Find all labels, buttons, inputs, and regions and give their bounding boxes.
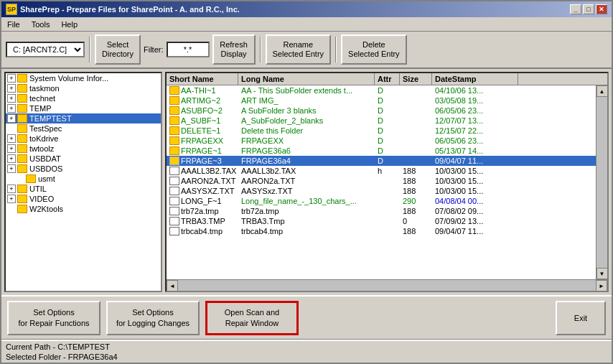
tree-item-tokdrive[interactable]: + toKdrive [6,134,161,144]
menu-tools[interactable]: Tools [29,19,53,29]
menu-help[interactable]: Help [58,19,80,29]
folder-icon [17,74,27,83]
tree-item-temp[interactable]: + TEMP [6,103,161,113]
col-header-size[interactable]: Size [400,73,432,85]
delete-selected-button[interactable]: Delete Selected Entry [341,34,407,65]
tree-expand-icon[interactable]: + [7,114,16,123]
file-row[interactable]: ASUBFO~2 A SubFolder 3 blanks D 06/05/06… [167,106,596,116]
close-button[interactable]: ✕ [596,4,607,14]
file-scrollbar[interactable]: ▲ ▼ [596,85,607,279]
tree-expand-icon[interactable] [7,124,16,133]
file-row[interactable]: DELETE~1 Delete this Folder D 12/15/07 2… [167,126,596,136]
file-cell-short: FRPAGE~1 [167,146,238,155]
refresh-display-button[interactable]: Refresh Display [212,34,256,65]
drive-dropdown[interactable]: C: [ARCNT2.C] [6,42,85,57]
tree-expand-icon[interactable]: + [7,84,16,93]
minimize-button[interactable]: _ [570,4,581,14]
scroll-down-button[interactable]: ▼ [596,268,608,279]
scroll-up-button[interactable]: ▲ [596,85,608,97]
file-row[interactable]: A_SUBF~1 A_SubFolder_2_blanks D 12/07/07… [167,116,596,126]
scroll-left-button[interactable]: ◄ [167,280,178,291]
scroll-placeholder [518,73,530,85]
menu-bar: File Tools Help [1,17,612,32]
file-row[interactable]: trbcab4.tmp trbcab4.tmp 188 09/04/07 11.… [167,226,596,236]
maximize-button[interactable]: □ [583,4,594,14]
tree-expand-icon[interactable] [16,174,24,183]
menu-file[interactable]: File [4,19,23,29]
file-cell-attr: D [375,146,400,155]
scroll-track-h[interactable] [178,280,596,291]
file-cell-long: AARON2a.TXT [238,177,375,185]
file-panel: Short Name Long Name Attr Size DateStamp… [165,72,609,292]
file-row[interactable]: FRPAGE~1 FRPAGE36a6 D 05/13/07 14... [167,146,596,156]
status-bar: Current Path - C:\TEMPTEST Selected Fold… [1,340,612,363]
file-row[interactable]: LONG_F~1 Long_file_name_-_130_chars_... … [167,196,596,206]
file-cell-attr: D [375,96,400,105]
tree-expand-icon[interactable]: + [7,144,16,153]
tree-item-temptest[interactable]: + TEMPTEST [6,113,161,123]
tree-item-twtoolz[interactable]: + twtoolz [6,144,161,154]
file-row[interactable]: TRBA3.TMP TRBA3.Tmp 0 07/09/02 13... [167,216,596,226]
file-cell-long: Delete this Folder [238,126,375,135]
tree-item-taskmon[interactable]: + taskmon [6,83,161,93]
scroll-track[interactable] [596,97,607,268]
tree-expand-icon[interactable] [7,205,16,213]
rename-selected-button[interactable]: Rename Selected Entry [266,34,332,65]
tree-item-label: twtoolz [29,144,54,153]
tree-item-w2ktools[interactable]: W2Ktools [6,204,161,214]
file-row[interactable]: ARTIMG~2 ART IMG_ D 03/05/08 19... [167,95,596,106]
file-row[interactable]: trb72a.tmp trb72a.tmp 188 07/08/02 09... [167,206,596,216]
file-row[interactable]: FRPAGEXX FRPAGEXX D 06/05/06 23... [167,136,596,146]
file-cell-short: trbcab4.tmp [167,227,238,235]
tree-item-label: technet [29,94,55,103]
logging-options-button[interactable]: Set Options for Logging Changes [106,301,200,335]
tree-item-usmt[interactable]: usmt [6,174,161,184]
tree-expand-icon[interactable]: + [7,94,16,103]
tree-item-technet[interactable]: + technet [6,93,161,103]
file-icon-sm [169,197,179,205]
tree-expand-icon[interactable]: + [7,104,16,113]
tree-expand-icon[interactable]: + [7,74,16,83]
file-cell-long: trbcab4.tmp [238,227,375,235]
tree-expand-icon[interactable]: + [7,195,16,203]
tree-item-testspec[interactable]: TestSpec [6,123,161,134]
file-cell-date: 07/08/02 09... [432,207,518,215]
window-title: SharePrep - Prepare Files for SharePoint… [20,5,240,14]
filter-input[interactable] [167,42,210,57]
file-icon-sm [169,187,179,195]
repair-options-button[interactable]: Set Options for Repair Functions [7,301,100,335]
tree-panel[interactable]: + System Volume Infor... + taskmon + tec… [4,72,162,292]
scroll-right-button[interactable]: ► [596,280,607,291]
tree-expand-icon[interactable]: + [7,185,16,193]
file-list[interactable]: AA-THI~1 AA - This SubFolder extends t..… [167,85,596,279]
short-name: AA-THI~1 [181,86,216,95]
file-row-selected[interactable]: FRPAGE~3 FRPAGE36a4 D 09/04/07 11... [167,156,596,166]
select-directory-button[interactable]: Select Directory [95,34,141,65]
file-row[interactable]: AASYSXZ.TXT AASYSxz.TXT 188 10/03/00 15.… [167,186,596,196]
file-cell-long: Long_file_name_-_130_chars_... [238,197,375,205]
short-name: FRPAGE~1 [181,146,222,155]
horizontal-scrollbar[interactable]: ◄ ► [167,279,607,291]
exit-button[interactable]: Exit [556,301,606,335]
col-header-short[interactable]: Short Name [167,73,238,85]
scan-repair-button[interactable]: Open Scan and Repair Window [205,301,299,335]
folder-icon [17,114,27,123]
tree-item-system-volume[interactable]: + System Volume Infor... [6,73,161,83]
file-row[interactable]: AA-THI~1 AA - This SubFolder extends t..… [167,85,596,95]
file-row[interactable]: AAALL3B2.TAX AAALL3b2.TAX h 188 10/03/00… [167,166,596,176]
tree-item-usbdat[interactable]: + USBDAT [6,154,161,164]
col-header-date[interactable]: DateStamp [432,73,518,85]
folder-icon-sm [169,126,179,135]
file-row[interactable]: AARON2A.TXT AARON2a.TXT 188 10/03/00 15.… [167,176,596,186]
title-bar-left: SP SharePrep - Prepare Files for SharePo… [6,4,240,15]
col-header-long[interactable]: Long Name [238,73,375,85]
tree-expand-icon[interactable]: + [7,134,16,143]
tree-expand-icon[interactable]: + [7,164,16,173]
title-controls: _ □ ✕ [570,4,607,14]
tree-item-usbdos[interactable]: + USBDOS [6,164,161,174]
col-header-attr[interactable]: Attr [375,73,400,85]
toolbar-separator-1 [89,37,90,62]
tree-expand-icon[interactable]: + [7,154,16,163]
tree-item-util[interactable]: + UTIL [6,184,161,194]
tree-item-video[interactable]: + VIDEO [6,194,161,204]
